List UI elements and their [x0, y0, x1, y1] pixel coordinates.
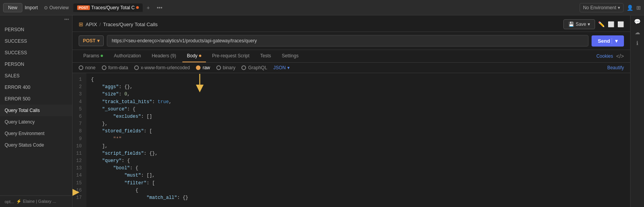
tab-tests[interactable]: Tests [256, 50, 276, 62]
sidebar-item-sales[interactable]: SALES [0, 70, 72, 82]
sidebar-item-query-latency[interactable]: Query Latency [0, 116, 72, 128]
breadcrumb-separator: / [99, 22, 101, 27]
main-layout: ••• PERSON SUCCESS SUCCESS PERSON SALES … [0, 15, 644, 207]
params-dot [101, 55, 103, 57]
code-snippet-icon[interactable]: </> [616, 53, 624, 59]
new-tab-button[interactable]: + [143, 3, 153, 12]
method-select[interactable]: POST ▾ [79, 35, 104, 46]
share-icon[interactable]: ⬜ [608, 21, 614, 27]
send-button[interactable]: Send ▾ [592, 35, 624, 47]
tab-params[interactable]: Params [79, 50, 108, 62]
tab-settings[interactable]: Settings [277, 50, 303, 62]
tab-body[interactable]: Body [182, 50, 206, 62]
env-chevron-icon: ▾ [618, 5, 620, 10]
sidebar: ••• PERSON SUCCESS SUCCESS PERSON SALES … [0, 15, 72, 207]
top-bar: New Import ⊙ Overview POST Traces/Query … [0, 0, 644, 15]
method-label: POST [83, 38, 96, 43]
new-button[interactable]: New [3, 3, 22, 12]
cookies-link[interactable]: Cookies [596, 53, 613, 59]
body-type-formdata[interactable]: form-data [102, 65, 128, 70]
content-area: ⊞ APIX / Traces/Query Total Calls 💾 Save… [72, 15, 630, 207]
sidebar-item-query-total-calls[interactable]: Query Total Calls [0, 105, 72, 116]
sidebar-user: ⚡ Elaine | Galaxy ... [16, 199, 56, 204]
body-type-binary[interactable]: binary [216, 65, 236, 70]
breadcrumb: ⊞ APIX / Traces/Query Total Calls [79, 21, 158, 27]
tab-bar: ⊙ Overview POST Traces/Query Total C + •… [40, 3, 577, 12]
save-icon: 💾 [568, 22, 574, 27]
json-type-selector[interactable]: JSON ▾ [273, 65, 290, 70]
request-tabs: Params Authorization Headers (9) Body Pr… [72, 50, 630, 63]
body-type-raw[interactable]: raw [196, 65, 210, 70]
sidebar-item-success-2[interactable]: SUCCESS [0, 47, 72, 58]
save-button[interactable]: 💾 Save ▾ [563, 19, 595, 29]
sidebar-item-query-environment[interactable]: Query Environment [0, 128, 72, 139]
url-bar: POST ▾ Send ▾ [72, 32, 630, 50]
sidebar-item-error-500[interactable]: ERROR 500 [0, 93, 72, 105]
sidebar-item-success-1[interactable]: SUCCESS [0, 35, 72, 47]
import-button[interactable]: Import [25, 5, 38, 10]
grid-icon[interactable]: ⊞ [636, 5, 641, 11]
code-editor[interactable]: 1 2 3 4 5 6 7 8 9 10 11 12 13 14 15 16 1… [72, 73, 630, 207]
sidebar-toggle-icon[interactable]: ⬜ [617, 21, 624, 27]
right-sidebar: 💬 ☁ ℹ [630, 15, 644, 207]
info-icon[interactable]: ℹ [636, 40, 638, 46]
tab-method-badge: POST [77, 5, 90, 10]
sidebar-item-person-2[interactable]: PERSON [0, 58, 72, 70]
sidebar-opt-label: opt... [5, 199, 14, 204]
save-chevron-icon: ▾ [588, 22, 590, 27]
breadcrumb-icon: ⊞ [79, 21, 83, 27]
radio-graphql-icon [241, 65, 246, 70]
cloud-icon[interactable]: ☁ [635, 29, 640, 35]
body-dot [199, 55, 201, 57]
body-type-bar: none form-data x-www-form-urlencoded raw… [72, 63, 630, 73]
radio-formdata-icon [102, 65, 106, 70]
tab-overview[interactable]: ⊙ Overview [40, 3, 72, 12]
sidebar-more-button[interactable]: ••• [0, 15, 72, 24]
tab-authorization[interactable]: Authorization [109, 50, 145, 62]
radio-none-icon [79, 65, 83, 70]
method-chevron-icon: ▾ [97, 38, 99, 43]
tab-active-request[interactable]: POST Traces/Query Total C [73, 3, 143, 12]
code-body[interactable]: { "aggs": {}, "size": 0, "track_total_hi… [86, 73, 630, 207]
url-input[interactable] [107, 35, 589, 47]
beautify-button[interactable]: Beautify [607, 65, 624, 70]
overview-icon: ⊙ [44, 5, 48, 10]
avatar-icon[interactable]: 👤 [627, 5, 633, 11]
radio-binary-icon [216, 65, 221, 70]
sidebar-bottom: opt... ⚡ Elaine | Galaxy ... [0, 195, 72, 207]
sidebar-item-query-status-code[interactable]: Query Status Code [0, 139, 72, 151]
right-tabs: Cookies </> [596, 53, 624, 59]
environment-selector[interactable]: No Environment ▾ [580, 3, 624, 12]
body-type-urlencoded[interactable]: x-www-form-urlencoded [134, 65, 190, 70]
tab-headers[interactable]: Headers (9) [147, 50, 180, 62]
tab-modified-dot [136, 6, 139, 9]
body-type-none[interactable]: none [79, 65, 96, 70]
body-type-graphql[interactable]: GraphQL [241, 65, 267, 70]
more-tabs-button[interactable]: ••• [153, 3, 165, 12]
json-chevron-icon: ▾ [287, 65, 290, 70]
sidebar-item-person-1[interactable]: PERSON [0, 24, 72, 35]
sidebar-item-error-400[interactable]: ERROR 400 [0, 82, 72, 93]
breadcrumb-apix: APIX [86, 22, 97, 27]
radio-raw-icon [196, 65, 201, 70]
radio-urlencoded-icon [134, 65, 139, 70]
send-dropdown-button[interactable]: ▾ [612, 38, 618, 44]
breadcrumb-path: Traces/Query Total Calls [103, 22, 158, 27]
header-actions: 💾 Save ▾ ✏️ ⬜ ⬜ [563, 19, 624, 29]
edit-icon[interactable]: ✏️ [598, 21, 605, 27]
tab-prerequest[interactable]: Pre-request Script [207, 50, 254, 62]
chat-icon[interactable]: 💬 [634, 18, 641, 25]
request-header: ⊞ APIX / Traces/Query Total Calls 💾 Save… [72, 15, 630, 32]
top-right: No Environment ▾ 👤 ⊞ [580, 3, 641, 12]
top-icon-group: 👤 ⊞ [627, 5, 641, 11]
line-numbers: 1 2 3 4 5 6 7 8 9 10 11 12 13 14 15 16 1… [72, 73, 86, 207]
